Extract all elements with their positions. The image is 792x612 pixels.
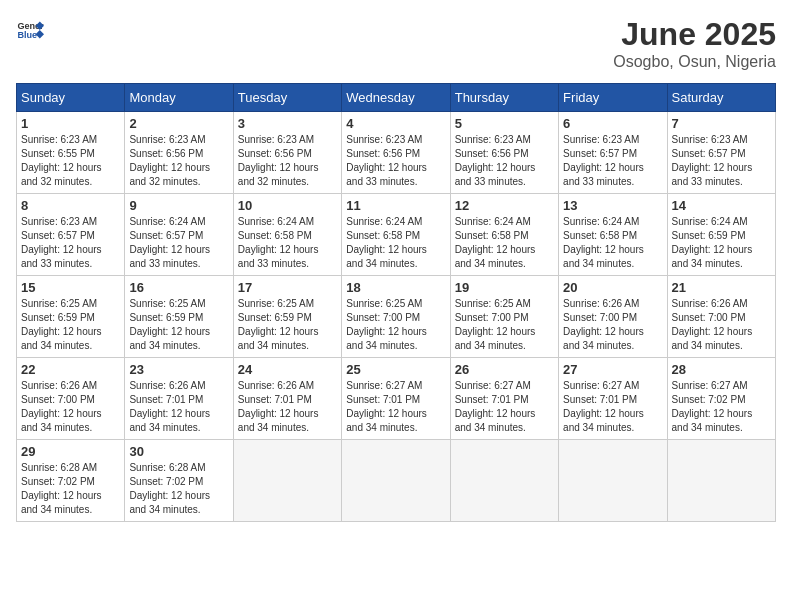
day-detail: Sunrise: 6:24 AMSunset: 6:59 PMDaylight:… [672, 216, 753, 269]
calendar-day-cell: 11 Sunrise: 6:24 AMSunset: 6:58 PMDaylig… [342, 194, 450, 276]
calendar-week-row: 1 Sunrise: 6:23 AMSunset: 6:55 PMDayligh… [17, 112, 776, 194]
day-number: 8 [21, 198, 120, 213]
calendar-day-cell: 13 Sunrise: 6:24 AMSunset: 6:58 PMDaylig… [559, 194, 667, 276]
day-detail: Sunrise: 6:25 AMSunset: 6:59 PMDaylight:… [129, 298, 210, 351]
day-number: 15 [21, 280, 120, 295]
calendar-day-cell: 2 Sunrise: 6:23 AMSunset: 6:56 PMDayligh… [125, 112, 233, 194]
day-number: 24 [238, 362, 337, 377]
calendar-day-cell: 7 Sunrise: 6:23 AMSunset: 6:57 PMDayligh… [667, 112, 775, 194]
calendar-day-cell: 26 Sunrise: 6:27 AMSunset: 7:01 PMDaylig… [450, 358, 558, 440]
calendar-day-cell: 3 Sunrise: 6:23 AMSunset: 6:56 PMDayligh… [233, 112, 341, 194]
calendar-day-cell: 21 Sunrise: 6:26 AMSunset: 7:00 PMDaylig… [667, 276, 775, 358]
day-number: 9 [129, 198, 228, 213]
day-detail: Sunrise: 6:25 AMSunset: 7:00 PMDaylight:… [346, 298, 427, 351]
empty-cell [233, 440, 341, 522]
day-detail: Sunrise: 6:24 AMSunset: 6:58 PMDaylight:… [346, 216, 427, 269]
day-number: 20 [563, 280, 662, 295]
calendar-day-cell: 8 Sunrise: 6:23 AMSunset: 6:57 PMDayligh… [17, 194, 125, 276]
day-detail: Sunrise: 6:23 AMSunset: 6:57 PMDaylight:… [563, 134, 644, 187]
calendar-day-cell: 25 Sunrise: 6:27 AMSunset: 7:01 PMDaylig… [342, 358, 450, 440]
calendar-day-cell: 1 Sunrise: 6:23 AMSunset: 6:55 PMDayligh… [17, 112, 125, 194]
day-detail: Sunrise: 6:24 AMSunset: 6:58 PMDaylight:… [563, 216, 644, 269]
title-area: June 2025 Osogbo, Osun, Nigeria [613, 16, 776, 71]
day-of-week-header: Saturday [667, 84, 775, 112]
day-number: 25 [346, 362, 445, 377]
day-detail: Sunrise: 6:28 AMSunset: 7:02 PMDaylight:… [21, 462, 102, 515]
day-detail: Sunrise: 6:23 AMSunset: 6:56 PMDaylight:… [455, 134, 536, 187]
day-number: 21 [672, 280, 771, 295]
calendar-week-row: 22 Sunrise: 6:26 AMSunset: 7:00 PMDaylig… [17, 358, 776, 440]
day-number: 11 [346, 198, 445, 213]
calendar-title: June 2025 [613, 16, 776, 53]
logo-icon: General Blue [16, 16, 44, 44]
calendar-week-row: 8 Sunrise: 6:23 AMSunset: 6:57 PMDayligh… [17, 194, 776, 276]
day-of-week-header: Friday [559, 84, 667, 112]
day-detail: Sunrise: 6:28 AMSunset: 7:02 PMDaylight:… [129, 462, 210, 515]
calendar-table: SundayMondayTuesdayWednesdayThursdayFrid… [16, 83, 776, 522]
day-number: 10 [238, 198, 337, 213]
day-number: 3 [238, 116, 337, 131]
calendar-week-row: 15 Sunrise: 6:25 AMSunset: 6:59 PMDaylig… [17, 276, 776, 358]
calendar-day-cell: 20 Sunrise: 6:26 AMSunset: 7:00 PMDaylig… [559, 276, 667, 358]
day-detail: Sunrise: 6:23 AMSunset: 6:55 PMDaylight:… [21, 134, 102, 187]
calendar-week-row: 29 Sunrise: 6:28 AMSunset: 7:02 PMDaylig… [17, 440, 776, 522]
day-number: 18 [346, 280, 445, 295]
calendar-day-cell: 16 Sunrise: 6:25 AMSunset: 6:59 PMDaylig… [125, 276, 233, 358]
day-number: 13 [563, 198, 662, 213]
day-detail: Sunrise: 6:26 AMSunset: 7:01 PMDaylight:… [238, 380, 319, 433]
calendar-day-cell: 10 Sunrise: 6:24 AMSunset: 6:58 PMDaylig… [233, 194, 341, 276]
day-number: 19 [455, 280, 554, 295]
day-number: 26 [455, 362, 554, 377]
day-detail: Sunrise: 6:26 AMSunset: 7:00 PMDaylight:… [563, 298, 644, 351]
day-number: 30 [129, 444, 228, 459]
day-number: 17 [238, 280, 337, 295]
day-detail: Sunrise: 6:27 AMSunset: 7:01 PMDaylight:… [563, 380, 644, 433]
empty-cell [450, 440, 558, 522]
empty-cell [667, 440, 775, 522]
day-detail: Sunrise: 6:26 AMSunset: 7:00 PMDaylight:… [672, 298, 753, 351]
day-number: 22 [21, 362, 120, 377]
calendar-day-cell: 22 Sunrise: 6:26 AMSunset: 7:00 PMDaylig… [17, 358, 125, 440]
day-number: 1 [21, 116, 120, 131]
day-detail: Sunrise: 6:24 AMSunset: 6:58 PMDaylight:… [238, 216, 319, 269]
day-number: 16 [129, 280, 228, 295]
day-detail: Sunrise: 6:27 AMSunset: 7:02 PMDaylight:… [672, 380, 753, 433]
calendar-day-cell: 28 Sunrise: 6:27 AMSunset: 7:02 PMDaylig… [667, 358, 775, 440]
day-detail: Sunrise: 6:26 AMSunset: 7:00 PMDaylight:… [21, 380, 102, 433]
day-detail: Sunrise: 6:25 AMSunset: 6:59 PMDaylight:… [238, 298, 319, 351]
day-detail: Sunrise: 6:25 AMSunset: 7:00 PMDaylight:… [455, 298, 536, 351]
day-of-week-header: Tuesday [233, 84, 341, 112]
calendar-body: 1 Sunrise: 6:23 AMSunset: 6:55 PMDayligh… [17, 112, 776, 522]
day-detail: Sunrise: 6:23 AMSunset: 6:56 PMDaylight:… [129, 134, 210, 187]
day-detail: Sunrise: 6:27 AMSunset: 7:01 PMDaylight:… [346, 380, 427, 433]
header: General Blue June 2025 Osogbo, Osun, Nig… [16, 16, 776, 71]
day-number: 28 [672, 362, 771, 377]
day-number: 27 [563, 362, 662, 377]
day-detail: Sunrise: 6:26 AMSunset: 7:01 PMDaylight:… [129, 380, 210, 433]
calendar-day-cell: 5 Sunrise: 6:23 AMSunset: 6:56 PMDayligh… [450, 112, 558, 194]
calendar-day-cell: 24 Sunrise: 6:26 AMSunset: 7:01 PMDaylig… [233, 358, 341, 440]
day-detail: Sunrise: 6:23 AMSunset: 6:56 PMDaylight:… [346, 134, 427, 187]
day-detail: Sunrise: 6:25 AMSunset: 6:59 PMDaylight:… [21, 298, 102, 351]
calendar-day-cell: 23 Sunrise: 6:26 AMSunset: 7:01 PMDaylig… [125, 358, 233, 440]
calendar-day-cell: 29 Sunrise: 6:28 AMSunset: 7:02 PMDaylig… [17, 440, 125, 522]
calendar-day-cell: 27 Sunrise: 6:27 AMSunset: 7:01 PMDaylig… [559, 358, 667, 440]
day-number: 29 [21, 444, 120, 459]
day-number: 12 [455, 198, 554, 213]
day-detail: Sunrise: 6:23 AMSunset: 6:56 PMDaylight:… [238, 134, 319, 187]
day-number: 2 [129, 116, 228, 131]
day-detail: Sunrise: 6:23 AMSunset: 6:57 PMDaylight:… [21, 216, 102, 269]
day-number: 6 [563, 116, 662, 131]
day-number: 5 [455, 116, 554, 131]
calendar-day-cell: 9 Sunrise: 6:24 AMSunset: 6:57 PMDayligh… [125, 194, 233, 276]
calendar-subtitle: Osogbo, Osun, Nigeria [613, 53, 776, 71]
calendar-day-cell: 18 Sunrise: 6:25 AMSunset: 7:00 PMDaylig… [342, 276, 450, 358]
calendar-day-cell: 6 Sunrise: 6:23 AMSunset: 6:57 PMDayligh… [559, 112, 667, 194]
day-number: 7 [672, 116, 771, 131]
calendar-day-cell: 30 Sunrise: 6:28 AMSunset: 7:02 PMDaylig… [125, 440, 233, 522]
empty-cell [342, 440, 450, 522]
day-of-week-header: Wednesday [342, 84, 450, 112]
calendar-day-cell: 14 Sunrise: 6:24 AMSunset: 6:59 PMDaylig… [667, 194, 775, 276]
day-of-week-header: Sunday [17, 84, 125, 112]
day-number: 4 [346, 116, 445, 131]
